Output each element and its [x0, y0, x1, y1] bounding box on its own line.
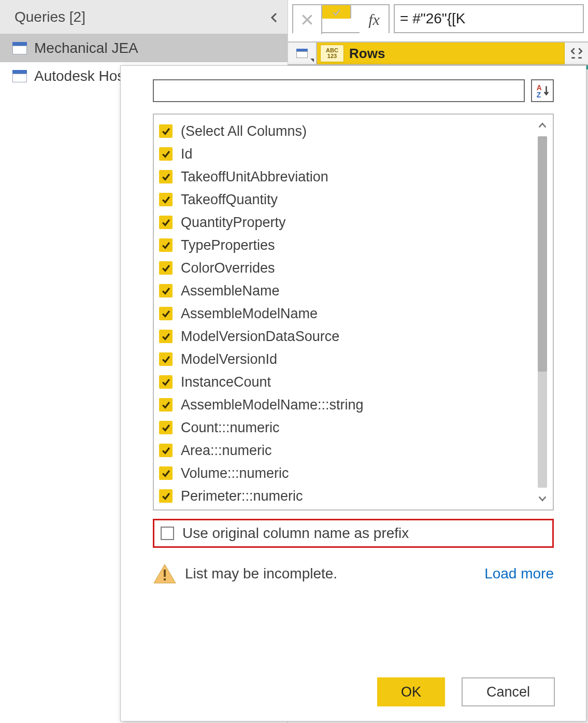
use-prefix-row[interactable]: Use original column name as prefix	[153, 519, 554, 548]
checkbox-checked-icon[interactable]	[159, 170, 173, 183]
column-label: ModelVersionDataSource	[181, 329, 339, 345]
column-label: ColorOverrides	[181, 260, 275, 276]
dropdown-arrow-icon	[310, 59, 314, 62]
checkbox-checked-icon[interactable]	[159, 238, 173, 252]
warning-icon	[153, 563, 177, 584]
column-label: QuantityProperty	[181, 215, 286, 231]
use-prefix-checkbox[interactable]	[161, 527, 174, 540]
checkbox-checked-icon[interactable]	[159, 375, 173, 389]
table-icon	[12, 70, 27, 82]
column-checkbox-item[interactable]: (Select All Columns)	[159, 120, 530, 143]
column-checkbox-item[interactable]: InstanceCount	[159, 371, 530, 393]
checkbox-checked-icon[interactable]	[159, 307, 173, 320]
column-checkbox-item[interactable]: QuantityProperty	[159, 211, 530, 234]
checkbox-checked-icon[interactable]	[159, 466, 173, 480]
column-checkbox-item[interactable]: Perimeter:::numeric	[159, 485, 530, 507]
checkbox-checked-icon[interactable]	[159, 147, 173, 161]
checkbox-checked-icon[interactable]	[159, 489, 173, 503]
table-icon	[296, 49, 308, 58]
checkbox-checked-icon[interactable]	[159, 193, 173, 206]
column-label: AssembleModelName	[181, 306, 318, 322]
checkbox-checked-icon[interactable]	[159, 398, 173, 412]
checkbox-checked-icon[interactable]	[159, 421, 173, 434]
column-label: AssembleModelName:::string	[181, 397, 364, 413]
column-checkbox-item[interactable]: Volume:::numeric	[159, 462, 530, 485]
columns-list: (Select All Columns)IdTakeoffUnitAbbrevi…	[154, 115, 532, 509]
expand-column-button[interactable]	[564, 42, 588, 64]
table-icon	[12, 42, 27, 54]
columns-list-box: (Select All Columns)IdTakeoffUnitAbbrevi…	[153, 114, 554, 511]
column-checkbox-item[interactable]: ModelVersionDataSource	[159, 325, 530, 348]
query-label: Autodesk Hos	[34, 68, 124, 84]
checkbox-checked-icon[interactable]	[159, 261, 173, 275]
query-item[interactable]: Mechanical JEA	[0, 34, 288, 62]
column-label: Volume:::numeric	[181, 465, 289, 481]
sort-az-button[interactable]: A Z	[531, 79, 554, 102]
checkbox-checked-icon[interactable]	[159, 444, 173, 457]
cancel-button[interactable]: Cancel	[462, 677, 555, 706]
chevron-down-icon	[537, 493, 548, 504]
columns-scrollbar[interactable]	[532, 115, 553, 509]
column-checkbox-item[interactable]: Count:::numeric	[159, 416, 530, 439]
column-label: ModelVersionId	[181, 351, 277, 367]
column-checkbox-item[interactable]: ModelVersionId	[159, 348, 530, 371]
checkbox-checked-icon[interactable]	[159, 330, 173, 343]
column-search-input[interactable]	[153, 79, 525, 102]
column-header-rows[interactable]: ABC123 Rows	[317, 42, 564, 64]
queries-title: Queries [2]	[15, 9, 85, 25]
ok-button[interactable]: OK	[377, 677, 445, 706]
formula-bar-area: fx = #"26"{[K	[288, 0, 588, 37]
svg-rect-3	[164, 578, 166, 580]
load-more-link[interactable]: Load more	[484, 565, 554, 582]
column-label: AssembleName	[181, 283, 280, 299]
column-header-bar: ABC123 Rows	[288, 41, 588, 65]
column-checkbox-item[interactable]: TypeProperties	[159, 234, 530, 257]
column-label: TakeoffQuantity	[181, 192, 278, 208]
column-label: Perimeter:::numeric	[181, 488, 303, 504]
incomplete-warning-row: List may be incomplete. Load more	[153, 563, 554, 584]
column-checkbox-item[interactable]: ColorOverrides	[159, 257, 530, 279]
column-checkbox-item[interactable]: AssembleModelName:::string	[159, 393, 530, 416]
formula-actions: fx	[292, 4, 390, 33]
column-label: InstanceCount	[181, 374, 271, 390]
column-label: Count:::numeric	[181, 420, 280, 436]
formula-input[interactable]: = #"26"{[K	[394, 4, 584, 33]
svg-text:Z: Z	[537, 91, 541, 99]
formula-cancel-button[interactable]	[293, 5, 322, 34]
checkbox-checked-icon[interactable]	[159, 352, 173, 366]
checkbox-checked-icon[interactable]	[159, 284, 173, 297]
svg-rect-2	[164, 570, 166, 577]
column-checkbox-item[interactable]: TakeoffUnitAbbreviation	[159, 165, 530, 188]
column-checkbox-item[interactable]: Id	[159, 143, 530, 165]
column-label: Id	[181, 146, 193, 162]
expand-columns-popup: A Z (Select All Columns)IdTakeoffUnitAbb…	[120, 65, 586, 721]
fx-button[interactable]: fx	[360, 5, 389, 34]
collapse-panel-button[interactable]	[268, 11, 280, 23]
column-name: Rows	[349, 46, 385, 62]
query-label: Mechanical JEA	[34, 40, 138, 56]
column-type-icon: ABC123	[320, 45, 344, 62]
warning-text: List may be incomplete.	[185, 565, 337, 582]
column-checkbox-item[interactable]: TakeoffQuantity	[159, 188, 530, 211]
column-checkbox-item[interactable]: Area:::numeric	[159, 439, 530, 462]
column-label: (Select All Columns)	[181, 123, 307, 139]
column-label: Area:::numeric	[181, 443, 272, 459]
column-label: TypeProperties	[181, 237, 275, 253]
column-checkbox-item[interactable]: AssembleName	[159, 279, 530, 302]
checkbox-checked-icon[interactable]	[159, 124, 173, 138]
formula-text: = #"26"{[K	[400, 10, 466, 27]
queries-header: Queries [2]	[0, 0, 288, 34]
checkbox-checked-icon[interactable]	[159, 216, 173, 229]
column-checkbox-item[interactable]: AssembleModelName	[159, 302, 530, 325]
column-checkbox-item[interactable]: Length:::numeric	[159, 507, 530, 509]
column-label: TakeoffUnitAbbreviation	[181, 169, 328, 185]
chevron-up-icon	[537, 120, 548, 131]
table-select-all[interactable]	[288, 42, 317, 64]
use-prefix-label: Use original column name as prefix	[182, 525, 409, 542]
formula-commit-button[interactable]	[322, 5, 351, 19]
